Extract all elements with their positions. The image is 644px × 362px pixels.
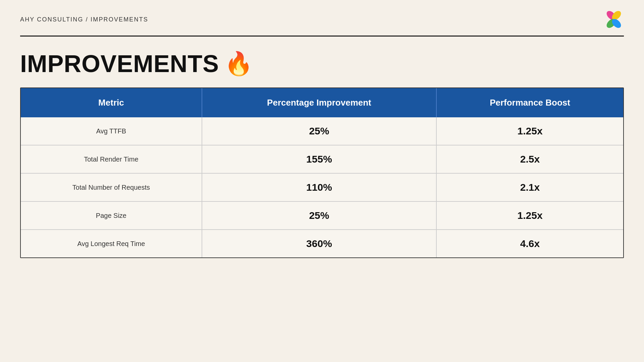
cell-percentage: 25% xyxy=(202,201,436,230)
cell-percentage: 25% xyxy=(202,117,436,145)
cell-boost: 1.25x xyxy=(436,117,623,145)
page-title-text: IMPROVEMENTS xyxy=(20,50,219,77)
table-row: Total Render Time155%2.5x xyxy=(21,145,623,173)
header-divider xyxy=(20,36,624,37)
cell-percentage: 155% xyxy=(202,145,436,173)
table-header-row: Metric Percentage Improvement Performanc… xyxy=(21,88,623,117)
cell-metric: Avg TTFB xyxy=(21,117,202,145)
cell-metric: Page Size xyxy=(21,201,202,230)
col-header-boost: Performance Boost xyxy=(436,88,623,117)
flame-icon: 🔥 xyxy=(224,50,253,77)
table-row: Avg Longest Req Time360%4.6x xyxy=(21,230,623,257)
breadcrumb: AHY CONSULTING / IMPROVEMENTS xyxy=(20,16,148,23)
col-header-percentage: Percentage Improvement xyxy=(202,88,436,117)
cell-boost: 2.5x xyxy=(436,145,623,173)
table-row: Total Number of Requests110%2.1x xyxy=(21,173,623,201)
improvements-table-container: Metric Percentage Improvement Performanc… xyxy=(20,87,624,258)
cell-percentage: 360% xyxy=(202,230,436,257)
table-body: Avg TTFB25%1.25xTotal Render Time155%2.5… xyxy=(21,117,623,257)
cell-metric: Avg Longest Req Time xyxy=(21,230,202,257)
company-logo xyxy=(604,9,624,29)
cell-percentage: 110% xyxy=(202,173,436,201)
improvements-table: Metric Percentage Improvement Performanc… xyxy=(21,88,623,257)
cell-metric: Total Render Time xyxy=(21,145,202,173)
col-header-metric: Metric xyxy=(21,88,202,117)
cell-boost: 4.6x xyxy=(436,230,623,257)
cell-boost: 2.1x xyxy=(436,173,623,201)
table-row: Avg TTFB25%1.25x xyxy=(21,117,623,145)
cell-metric: Total Number of Requests xyxy=(21,173,202,201)
table-row: Page Size25%1.25x xyxy=(21,201,623,230)
page-title: IMPROVEMENTS 🔥 xyxy=(20,50,624,77)
cell-boost: 1.25x xyxy=(436,201,623,230)
top-bar: AHY CONSULTING / IMPROVEMENTS xyxy=(0,0,644,29)
